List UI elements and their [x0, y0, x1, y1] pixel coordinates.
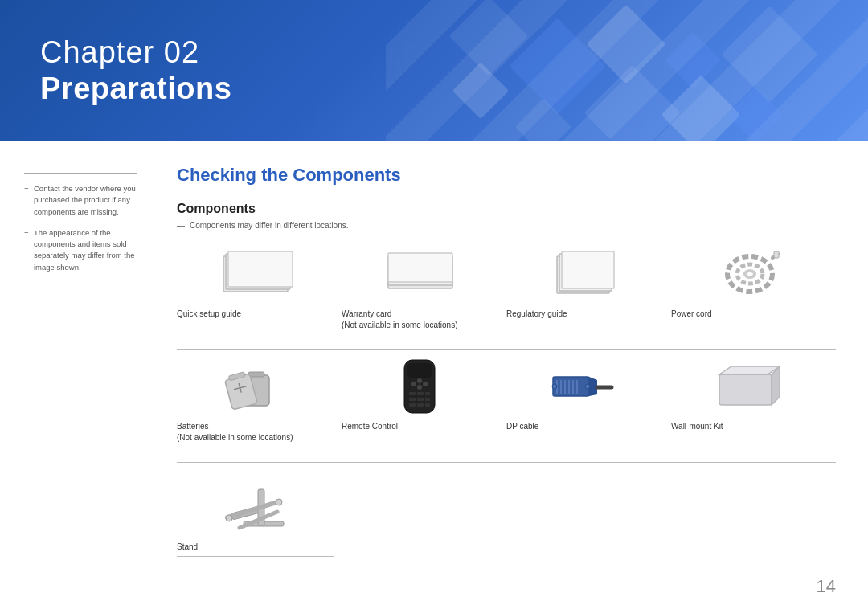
svg-rect-5 — [388, 253, 452, 282]
component-item-batteries: Batteries (Not available in some locatio… — [177, 358, 342, 463]
svg-point-52 — [226, 515, 232, 521]
component-label-batteries: Batteries (Not available in some locatio… — [177, 421, 293, 443]
header-decorations — [461, 8, 804, 141]
component-item-quick-setup: Quick setup guide — [177, 246, 342, 350]
header-banner: Chapter 02 Preparations — [0, 0, 868, 141]
sidebar-note-2: The appearance of the components and ite… — [24, 227, 145, 273]
component-label-power-cord: Power cord — [671, 309, 712, 320]
svg-rect-28 — [425, 392, 430, 395]
svg-point-44 — [585, 384, 590, 389]
svg-rect-45 — [719, 374, 772, 405]
component-img-warranty — [342, 246, 498, 302]
component-img-regulatory — [506, 246, 663, 302]
sidebar-divider — [24, 173, 137, 174]
components-heading: Components — [177, 202, 836, 216]
component-img-dp-cable — [506, 358, 663, 415]
svg-rect-13 — [774, 251, 779, 258]
component-label-warranty: Warranty card (Not available in some loc… — [342, 309, 458, 331]
svg-point-22 — [411, 382, 416, 386]
component-img-wallmount — [671, 358, 828, 415]
svg-rect-31 — [425, 398, 430, 401]
content-area: Contact the vendor where you purchased t… — [0, 141, 868, 613]
header-title: Chapter 02 Preparations — [40, 35, 231, 106]
svg-point-24 — [423, 382, 428, 386]
component-item-stand: Stand — [177, 471, 342, 575]
component-item-wallmount: Wall-mount Kit — [671, 358, 836, 463]
svg-rect-35 — [553, 377, 589, 396]
component-item-power-cord: Power cord — [671, 246, 836, 350]
component-grid: Quick setup guide Warranty card (Not ava… — [177, 246, 836, 575]
component-img-remote — [342, 358, 498, 415]
svg-point-9 — [727, 256, 772, 292]
components-note: Components may differ in different locat… — [177, 221, 836, 230]
component-label-remote: Remote Control — [342, 421, 398, 432]
svg-rect-26 — [409, 392, 416, 395]
section-title: Checking the Components — [177, 165, 836, 186]
component-item-regulatory: Regulatory guide — [506, 246, 671, 350]
component-img-batteries — [177, 358, 334, 415]
svg-point-25 — [417, 385, 422, 390]
svg-point-11 — [745, 271, 755, 277]
svg-point-23 — [417, 378, 422, 383]
sidebar: Contact the vendor where you purchased t… — [0, 165, 161, 613]
svg-rect-29 — [409, 398, 416, 401]
component-img-quick-setup — [177, 246, 334, 302]
component-label-regulatory: Regulatory guide — [506, 309, 567, 320]
main-content: Checking the Components Components Compo… — [161, 165, 868, 613]
component-img-stand — [177, 471, 334, 535]
component-label-stand: Stand — [177, 541, 198, 553]
component-label-dp-cable: DP cable — [506, 421, 538, 432]
component-label-quick-setup: Quick setup guide — [177, 309, 241, 320]
page-number: 14 — [817, 576, 836, 597]
component-item-remote: Remote Control — [342, 358, 506, 463]
svg-rect-27 — [417, 392, 424, 395]
svg-rect-8 — [562, 251, 614, 288]
svg-point-10 — [737, 264, 763, 284]
svg-point-43 — [552, 384, 557, 389]
svg-rect-21 — [407, 363, 432, 378]
svg-rect-2 — [228, 251, 293, 287]
svg-rect-33 — [417, 403, 424, 407]
chapter-label: Chapter 02 — [40, 35, 231, 72]
svg-rect-30 — [417, 398, 424, 401]
sidebar-note-1: Contact the vendor where you purchased t… — [24, 183, 145, 218]
svg-rect-34 — [425, 403, 430, 407]
component-item-warranty: Warranty card (Not available in some loc… — [342, 246, 506, 350]
component-img-power-cord — [671, 246, 828, 302]
svg-marker-47 — [772, 366, 780, 405]
component-label-wallmount: Wall-mount Kit — [671, 421, 723, 432]
chapter-subtitle: Preparations — [40, 72, 231, 106]
component-item-dp-cable: DP cable — [506, 358, 671, 463]
svg-marker-46 — [719, 366, 780, 374]
svg-rect-32 — [409, 403, 416, 407]
svg-point-53 — [276, 499, 282, 505]
